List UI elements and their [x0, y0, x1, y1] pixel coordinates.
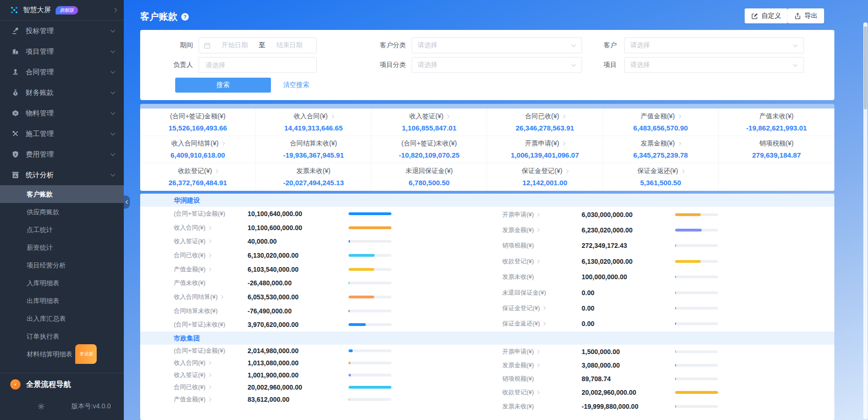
metric-label[interactable]: 合同已收(¥): [174, 383, 248, 391]
metric-label[interactable]: 收款登记(¥): [502, 388, 582, 397]
summary-cell[interactable]: 开票申请(¥)1,006,139,401,096.07: [487, 136, 603, 164]
help-icon[interactable]: ?: [181, 13, 189, 21]
metric-bar-fill: [675, 213, 701, 216]
summary-label-text: (合同+签证)金额(¥): [170, 112, 226, 121]
metric-row: 合同已收(¥)20,002,960,000.00: [174, 381, 498, 393]
metric-label[interactable]: 收入合同(¥): [174, 359, 248, 367]
scrollbar-thumb[interactable]: [864, 26, 867, 109]
project-type-label: 项目分类: [317, 61, 412, 69]
customize-button[interactable]: 自定义: [745, 8, 788, 23]
metric-label[interactable]: 开票申请(¥): [502, 210, 582, 219]
sidebar-item-label: 财务账款: [26, 88, 105, 97]
summary-cell[interactable]: 收入合同(¥)14,419,313,646.65: [256, 109, 372, 136]
metric-row: 销项税额(¥)272,349,172.43: [502, 238, 834, 253]
sidebar-subitem-5[interactable]: 入库明细表: [0, 274, 124, 292]
sidebar-item-4[interactable]: 物料管理: [0, 103, 124, 123]
export-button[interactable]: 导出: [788, 8, 824, 23]
metric-column-right: 开票申请(¥)6,030,000,000.00发票金额(¥)6,230,020,…: [498, 207, 834, 332]
summary-cell[interactable]: 产值金额(¥)6,483,656,570.90: [603, 109, 719, 136]
date-range-input[interactable]: 开始日期 至 结束日期: [199, 37, 317, 53]
metric-value: 3,080,000.00: [582, 362, 675, 369]
summary-cell[interactable]: 保证金返还(¥)5,361,500.50: [603, 163, 719, 191]
metric-label[interactable]: 收入签证(¥): [174, 237, 248, 246]
customer-select[interactable]: 请选择: [624, 37, 804, 53]
sidebar-collapse-handle[interactable]: [124, 196, 130, 209]
project-type-select[interactable]: 请选择: [412, 57, 582, 73]
sidebar-item-3[interactable]: ¥财务账款: [0, 82, 124, 103]
clear-search-link[interactable]: 清空搜索: [283, 81, 309, 89]
chevron-right-icon: [680, 169, 684, 173]
metric-label: 发票未收(¥): [502, 273, 582, 281]
metric-label[interactable]: 合同已收(¥): [174, 251, 248, 260]
sidebar-subitem-label: 项目经营分析: [27, 256, 66, 274]
metric-label-text: 收入签证(¥): [174, 371, 206, 379]
sidebar-subitem-4[interactable]: 项目经营分析: [0, 256, 124, 274]
panorama-nav-item[interactable]: 全景流程导航: [0, 373, 124, 396]
sidebar-brand[interactable]: 智慧大屏 旗舰版: [0, 0, 124, 21]
metric-value: 6,230,020,000.00: [582, 226, 675, 234]
summary-label-text: 合同结算未收(¥): [290, 139, 337, 148]
gear-icon[interactable]: [37, 403, 45, 410]
start-date-placeholder[interactable]: 开始日期: [213, 41, 257, 50]
metric-label-text: 保证金返还(¥): [502, 319, 540, 328]
metric-label[interactable]: 产值金额(¥): [174, 265, 248, 274]
logo-icon: [10, 6, 18, 14]
chevron-right-icon: [536, 391, 540, 394]
metric-label[interactable]: 发票金额(¥): [502, 226, 582, 234]
sidebar-subitem-6[interactable]: 出库明细表: [0, 292, 124, 310]
version-row: 版本号:v4.0.0: [0, 396, 124, 420]
sidebar-item-2[interactable]: 合同管理: [0, 62, 124, 82]
sidebar-footer: 全景流程导航 版本号:v4.0.0: [0, 373, 124, 420]
metric-label-text: 销项税额(¥): [502, 375, 534, 383]
sidebar-subitem-0[interactable]: 客户账款: [0, 185, 124, 203]
summary-value: 15,526,169,493.66: [169, 124, 227, 132]
metric-row: 保证金登记(¥)0.00: [502, 300, 834, 316]
sidebar-subitem-8[interactable]: 订单执行表: [0, 327, 124, 345]
owner-input[interactable]: [205, 61, 311, 69]
sidebar-item-0[interactable]: 投标管理: [0, 21, 124, 41]
customer-type-select[interactable]: 请选择: [412, 37, 582, 53]
metric-label[interactable]: 收入签证(¥): [174, 371, 248, 379]
pro-badge: 专业版: [75, 344, 97, 364]
metric-label[interactable]: 产值金额(¥): [174, 395, 248, 404]
sidebar-item-7[interactable]: 统计分析: [0, 165, 124, 185]
metric-label[interactable]: 收入合同结算(¥): [174, 293, 248, 301]
summary-cell[interactable]: 收入签证(¥)1,106,855,847.01: [371, 109, 487, 136]
metric-label[interactable]: 收款登记(¥): [502, 257, 582, 266]
metric-label[interactable]: 收入合同(¥): [174, 224, 248, 232]
summary-cell[interactable]: 保证金登记(¥)12,142,001.00: [487, 163, 603, 191]
metric-label[interactable]: 保证金登记(¥): [502, 304, 582, 312]
metric-bar: [675, 322, 718, 325]
summary-cell[interactable]: 收入合同结算(¥)6,409,910,618.00: [140, 136, 256, 164]
summary-cell[interactable]: 收款登记(¥)26,372,769,484.91: [140, 163, 256, 191]
page-title: 客户账款 ?: [140, 10, 189, 23]
metric-label[interactable]: 保证金返还(¥): [502, 319, 582, 328]
sidebar-subitem-3[interactable]: 薪资统计: [0, 239, 124, 256]
sidebar-subitem-2[interactable]: 点工统计: [0, 221, 124, 239]
summary-cell[interactable]: 合同已收(¥)26,346,278,563.91: [487, 109, 603, 136]
sidebar-item-6[interactable]: ¥费用管理: [0, 144, 124, 165]
sidebar-subitem-1[interactable]: 供应商账款: [0, 203, 124, 221]
metric-label: 销项税额(¥): [502, 375, 582, 383]
sidebar-subitem-7[interactable]: 出入库汇总表: [0, 310, 124, 327]
vertical-scrollbar[interactable]: [863, 22, 868, 419]
metric-row: 保证金返还(¥)0.00: [502, 316, 834, 332]
sidebar-subitem-9[interactable]: 材料结算明细表专业版: [0, 345, 124, 363]
end-date-placeholder[interactable]: 结束日期: [267, 41, 312, 50]
sidebar-item-label: 施工管理: [26, 130, 105, 138]
sidebar-item-5[interactable]: 施工管理: [0, 123, 124, 144]
sidebar-item-1[interactable]: 项目管理: [0, 41, 124, 62]
summary-label-text: 保证金返还(¥): [637, 167, 678, 175]
metric-label-text: (合同+签证)未收(¥): [174, 320, 225, 329]
project-select[interactable]: 请选择: [624, 57, 804, 73]
metric-label: 销项税额(¥): [502, 241, 582, 250]
metric-label[interactable]: 开票申请(¥): [502, 348, 582, 356]
metric-value: 0.00: [582, 304, 675, 312]
chevron-down-icon: [111, 90, 115, 94]
chevron-right-icon: [565, 169, 569, 173]
chevron-down-icon: [111, 152, 115, 156]
search-button[interactable]: 搜索: [175, 78, 271, 93]
summary-cell[interactable]: 发票金额(¥)6,345,275,239.78: [603, 136, 719, 164]
metric-label[interactable]: 发票金额(¥): [502, 361, 582, 369]
metric-label-text: 合同已收(¥): [174, 251, 206, 260]
